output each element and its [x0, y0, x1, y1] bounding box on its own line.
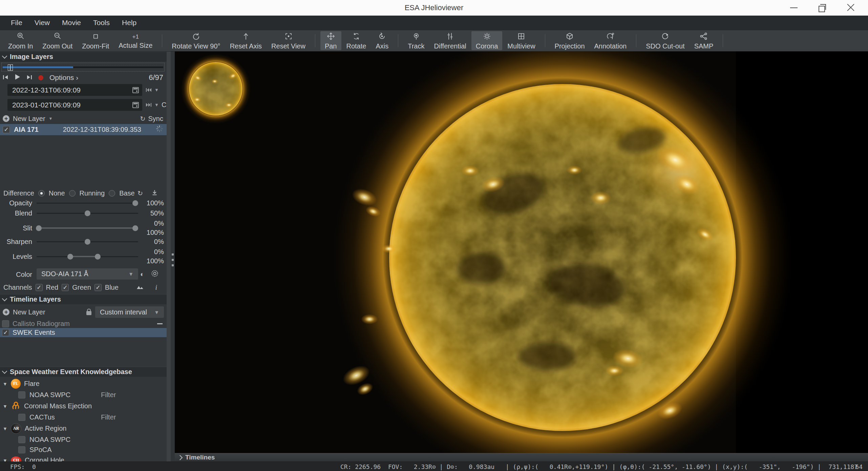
new-timeline-layer-button[interactable]: + New Layer — [3, 306, 45, 318]
layer-visibility-checkbox[interactable]: ✓ — [3, 126, 10, 133]
chevron-down-icon[interactable]: ▼ — [154, 87, 159, 93]
levels-slider[interactable] — [37, 253, 138, 260]
calendar-icon[interactable] — [132, 102, 139, 108]
difference-base-radio[interactable] — [109, 190, 115, 197]
multiview-button[interactable]: Multiview — [503, 31, 539, 50]
supplier-checkbox[interactable]: ✓ — [18, 391, 25, 398]
sync-button[interactable]: ↻ Sync — [140, 114, 163, 123]
color-table-dropdown[interactable]: SDO-AIA 171 Å ▼ — [37, 268, 138, 280]
channel-red-checkbox[interactable]: ✓ — [36, 284, 43, 291]
swek-supplier-row[interactable]: ✓ CACTus Filter — [18, 412, 55, 422]
restore-icon[interactable] — [818, 3, 827, 12]
image-layer-row[interactable]: ✓ AIA 171 2022-12-31T08:39:09.353 — [0, 124, 167, 135]
pan-button[interactable]: Pan — [320, 31, 341, 50]
zoom-in-button[interactable]: Zoom In — [4, 31, 37, 50]
axis-button[interactable]: Axis — [371, 31, 393, 50]
metadata-button[interactable] — [136, 283, 144, 292]
swek-group-coronal-hole[interactable]: ▼ CH Coronal Hole — [3, 455, 64, 462]
annotation-button[interactable]: Annotation — [590, 31, 631, 50]
swek-group-flare[interactable]: ▼ FL Flare — [3, 378, 40, 389]
zoom-fit-button[interactable]: Zoom-Fit — [78, 31, 113, 50]
difference-none-radio[interactable] — [38, 190, 45, 197]
solar-viewport[interactable] — [175, 52, 868, 453]
differential-button[interactable]: Differential — [430, 31, 471, 50]
skip-to-start-icon[interactable] — [146, 86, 152, 94]
rotate-view-90-button[interactable]: Rotate View 90° — [167, 31, 225, 50]
start-date-field[interactable]: 2022-12-31T06:09:09 — [7, 84, 142, 96]
menu-help[interactable]: Help — [116, 16, 143, 30]
timeline-layer-row[interactable]: ✓ SWEK Events — [0, 328, 167, 337]
supplier-checkbox[interactable]: ✓ — [18, 414, 25, 421]
opacity-slider[interactable] — [37, 200, 138, 206]
menu-movie[interactable]: Movie — [56, 16, 87, 30]
minimize-icon[interactable] — [789, 3, 798, 12]
channel-green-checkbox[interactable]: ✓ — [62, 284, 69, 291]
section-timeline-layers[interactable]: Timeline Layers — [0, 294, 167, 304]
options-link[interactable]: Options › — [49, 74, 78, 82]
expand-icon[interactable]: ▼ — [3, 381, 9, 387]
cr-button[interactable]: CR — [162, 101, 167, 109]
expand-icon[interactable]: ▼ — [3, 458, 9, 462]
new-image-layer-button[interactable]: + New Layer ▼ — [3, 114, 53, 123]
zoom-out-button[interactable]: Zoom Out — [38, 31, 77, 50]
frame-slider-handle[interactable] — [8, 64, 10, 71]
actual-size-button[interactable]: +1 Actual Size — [114, 31, 157, 50]
sharpen-slider[interactable] — [37, 238, 138, 245]
close-icon[interactable] — [846, 3, 855, 12]
filter-link[interactable]: Filter — [101, 391, 116, 399]
layer-download-button[interactable] — [152, 188, 157, 198]
frame-counter: 6/97 — [149, 73, 163, 83]
reset-axis-button[interactable]: Reset Axis — [226, 31, 266, 50]
step-forward-icon[interactable] — [26, 74, 32, 82]
calendar-icon[interactable] — [132, 87, 139, 93]
swek-supplier-row[interactable]: ✓ SPoCA — [18, 445, 52, 455]
lock-interval-button[interactable] — [86, 306, 91, 318]
invert-color-button[interactable]: ◐ — [140, 269, 144, 279]
filter-link[interactable]: Filter — [101, 413, 116, 421]
sdo-cutout-button[interactable]: SDO Cut-out — [641, 31, 689, 50]
swek-group-active-region[interactable]: ▼ AR Active Region — [3, 423, 66, 434]
frame-slider[interactable] — [1, 63, 165, 71]
swek-supplier-row[interactable]: ✓ NOAA SWPC Filter — [18, 390, 70, 400]
sidebar-scrollbar[interactable] — [167, 52, 171, 462]
expand-icon[interactable]: ▼ — [3, 426, 9, 431]
samp-button[interactable]: SAMP — [690, 31, 718, 50]
supplier-checkbox[interactable]: ✓ — [18, 436, 25, 443]
blend-slider[interactable] — [37, 210, 138, 217]
menu-file[interactable]: File — [5, 16, 28, 30]
step-back-icon[interactable] — [3, 74, 8, 82]
interval-dropdown[interactable]: Custom interval ▼ — [95, 306, 164, 318]
timelines-panel-header[interactable]: Timelines — [175, 453, 868, 462]
timeline-layer-row[interactable]: ✓ Callisto Radiogram — [0, 319, 167, 328]
track-button[interactable]: Track — [403, 31, 429, 50]
section-image-layers[interactable]: Image Layers — [0, 52, 167, 62]
reset-view-button[interactable]: Reset View — [267, 31, 310, 50]
frame-slider-handle[interactable] — [10, 64, 13, 71]
swek-group-cme[interactable]: ▼ Coronal Mass Ejection — [3, 401, 92, 412]
supplier-checkbox[interactable]: ✓ — [18, 446, 25, 453]
remove-layer-icon[interactable] — [157, 323, 163, 324]
menu-tools[interactable]: Tools — [87, 16, 116, 30]
end-date-field[interactable]: 2023-01-02T06:09:09 — [7, 99, 142, 111]
rotate-button[interactable]: Rotate — [342, 31, 371, 50]
difference-running-radio[interactable] — [69, 190, 76, 197]
chevron-down-icon[interactable]: ▼ — [154, 102, 159, 107]
play-icon[interactable] — [15, 74, 20, 82]
slit-slider[interactable] — [37, 225, 138, 231]
panel-splitter[interactable] — [171, 52, 175, 462]
swek-supplier-row[interactable]: ✓ NOAA SWPC — [18, 434, 70, 445]
skip-to-end-icon[interactable] — [146, 101, 152, 109]
layer-refresh-button[interactable]: ↻ — [137, 188, 143, 198]
chevron-right-icon — [177, 455, 183, 460]
record-icon[interactable] — [38, 75, 43, 80]
channel-blue-checkbox[interactable]: ✓ — [94, 284, 102, 291]
corona-button[interactable]: Corona — [471, 31, 503, 50]
corona-toggle-button[interactable] — [151, 269, 158, 279]
timeline-layer-checkbox[interactable]: ✓ — [2, 320, 9, 327]
info-button[interactable]: i — [155, 283, 157, 292]
menu-view[interactable]: View — [28, 16, 56, 30]
expand-icon[interactable]: ▼ — [3, 404, 9, 409]
projection-button[interactable]: Projection — [550, 31, 589, 50]
timeline-layer-checkbox[interactable]: ✓ — [2, 329, 9, 336]
section-swek[interactable]: Space Weather Event Knowledgebase — [0, 367, 167, 377]
